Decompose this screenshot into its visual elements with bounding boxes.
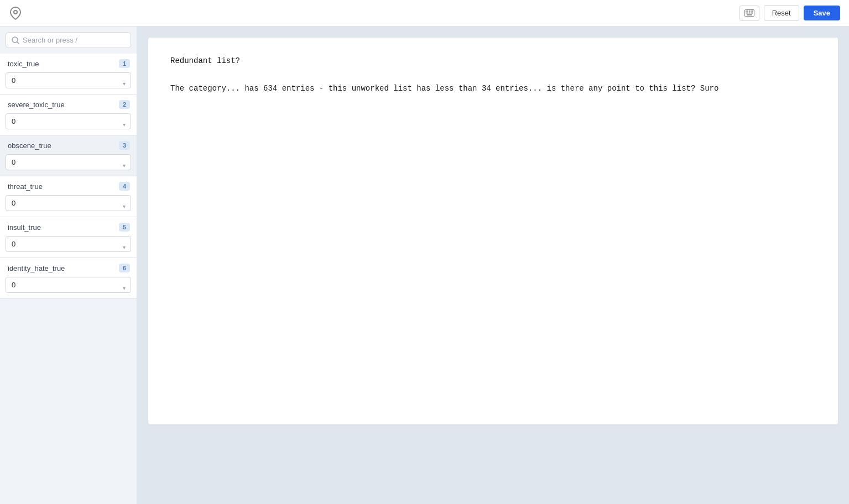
label-group-identity_hate_true: identity_hate_true601▾ [0, 258, 137, 299]
label-header-identity_hate_true: identity_hate_true6 [0, 258, 137, 277]
label-group-toxic_true: toxic_true101▾ [0, 54, 137, 95]
keyboard-icon [744, 9, 754, 17]
label-select-wrapper-identity_hate_true: 01▾ [0, 277, 137, 298]
label-select-wrapper-toxic_true: 01▾ [0, 72, 137, 94]
label-group-severe_toxic_true: severe_toxic_true201▾ [0, 95, 137, 135]
svg-rect-5 [751, 11, 752, 12]
svg-rect-11 [752, 13, 753, 14]
label-select-threat_true[interactable]: 01 [6, 195, 131, 211]
svg-rect-8 [747, 13, 748, 14]
label-name-identity_hate_true: identity_hate_true [8, 264, 65, 272]
label-badge-severe_toxic_true: 2 [119, 100, 130, 109]
label-badge-toxic_true: 1 [119, 59, 130, 68]
svg-line-14 [17, 42, 19, 44]
label-name-severe_toxic_true: severe_toxic_true [8, 101, 65, 109]
label-group-insult_true: insult_true501▾ [0, 217, 137, 258]
sidebar: toxic_true101▾severe_toxic_true201▾obsce… [0, 27, 137, 504]
label-name-insult_true: insult_true [8, 223, 41, 232]
label-name-toxic_true: toxic_true [8, 60, 39, 68]
text-content: Redundant list? The category... has 634 … [170, 54, 816, 96]
svg-rect-12 [747, 14, 752, 15]
svg-rect-10 [751, 13, 752, 14]
label-select-wrapper-obscene_true: 01▾ [0, 154, 137, 176]
label-header-obscene_true: obscene_true3 [0, 135, 137, 154]
svg-point-0 [14, 11, 17, 14]
label-badge-obscene_true: 3 [119, 141, 130, 150]
label-badge-insult_true: 5 [119, 223, 130, 232]
label-name-threat_true: threat_true [8, 182, 43, 191]
svg-rect-9 [749, 13, 750, 14]
label-badge-threat_true: 4 [119, 182, 130, 191]
save-button[interactable]: Save [804, 6, 840, 20]
text-card: Redundant list? The category... has 634 … [148, 38, 838, 424]
label-select-obscene_true[interactable]: 01 [6, 154, 131, 170]
label-select-identity_hate_true[interactable]: 01 [6, 277, 131, 293]
content-area: Redundant list? The category... has 634 … [137, 27, 849, 504]
svg-rect-3 [747, 11, 748, 12]
svg-rect-7 [746, 13, 747, 14]
label-select-wrapper-severe_toxic_true: 01▾ [0, 113, 137, 135]
logo-icon [9, 7, 22, 20]
label-header-insult_true: insult_true5 [0, 217, 137, 236]
label-select-severe_toxic_true[interactable]: 01 [6, 113, 131, 129]
label-header-toxic_true: toxic_true1 [0, 54, 137, 72]
label-select-toxic_true[interactable]: 01 [6, 72, 131, 88]
label-header-severe_toxic_true: severe_toxic_true2 [0, 95, 137, 113]
search-container [0, 27, 137, 54]
label-name-obscene_true: obscene_true [8, 141, 51, 150]
svg-rect-2 [746, 11, 747, 12]
label-group-threat_true: threat_true401▾ [0, 176, 137, 217]
svg-rect-6 [752, 11, 753, 12]
header-left [9, 7, 22, 20]
search-input-wrapper [6, 32, 131, 48]
svg-rect-4 [749, 11, 750, 12]
main-layout: toxic_true101▾severe_toxic_true201▾obsce… [0, 27, 849, 504]
label-select-insult_true[interactable]: 01 [6, 236, 131, 252]
label-header-threat_true: threat_true4 [0, 176, 137, 195]
search-input[interactable] [23, 36, 125, 44]
label-select-wrapper-insult_true: 01▾ [0, 236, 137, 258]
keyboard-shortcut-button[interactable] [739, 6, 759, 21]
label-group-obscene_true: obscene_true301▾ [0, 135, 137, 176]
reset-button[interactable]: Reset [764, 5, 799, 21]
label-badge-identity_hate_true: 6 [119, 264, 130, 272]
labels-container: toxic_true101▾severe_toxic_true201▾obsce… [0, 54, 137, 299]
header-right: Reset Save [739, 5, 840, 21]
search-icon [12, 36, 19, 44]
header: Reset Save [0, 0, 849, 27]
label-select-wrapper-threat_true: 01▾ [0, 195, 137, 217]
